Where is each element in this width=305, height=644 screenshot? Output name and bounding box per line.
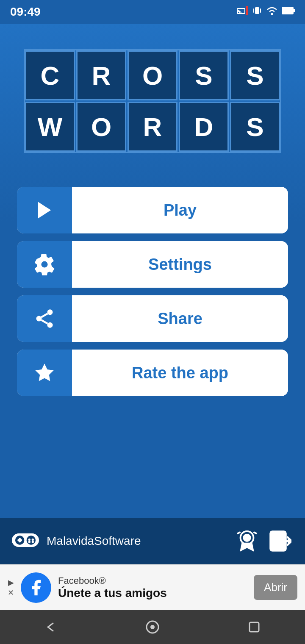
ad-play-icon: ▶	[8, 578, 14, 587]
rate-label: Rate the app	[72, 350, 288, 396]
svg-rect-4	[255, 7, 259, 14]
title-tile: O	[128, 50, 177, 100]
achievement-icon[interactable]	[234, 528, 260, 554]
bottom-left: MalavidaSoftware	[12, 527, 141, 555]
title-tile: W	[25, 102, 75, 152]
title-tile: R	[128, 102, 177, 152]
svg-rect-3	[246, 6, 248, 9]
ad-title: Facebook®	[58, 575, 247, 586]
share-button[interactable]: Share	[17, 295, 288, 342]
facebook-icon	[21, 572, 51, 603]
svg-point-19	[27, 536, 36, 544]
home-button[interactable]	[136, 614, 169, 640]
cast-icon	[237, 6, 248, 18]
logout-icon[interactable]	[267, 528, 293, 554]
svg-marker-16	[35, 364, 53, 381]
ad-close-icon[interactable]: ✕	[8, 588, 14, 597]
ad-subtitle: Únete a tus amigos	[58, 586, 247, 600]
title-tile: S	[230, 102, 280, 152]
play-icon	[17, 187, 72, 233]
wifi-icon	[266, 6, 278, 18]
settings-button[interactable]: Settings	[17, 241, 288, 288]
rate-button[interactable]: Rate the app	[17, 350, 288, 396]
svg-point-23	[32, 539, 34, 541]
share-icon	[17, 295, 72, 342]
svg-point-11	[47, 309, 53, 315]
recents-button[interactable]	[237, 614, 271, 640]
svg-marker-10	[38, 202, 51, 219]
ad-open-button[interactable]: Abrir	[254, 575, 297, 600]
title-tile: R	[76, 50, 126, 100]
ad-text: Facebook® Únete a tus amigos	[58, 575, 247, 600]
status-icons	[237, 6, 295, 18]
svg-point-12	[36, 316, 42, 322]
bottom-bar: MalavidaSoftware	[0, 518, 305, 564]
svg-rect-31	[250, 622, 259, 632]
svg-line-14	[42, 320, 48, 324]
play-label: Play	[72, 187, 288, 233]
bottom-right	[234, 528, 293, 554]
gamepad-icon	[12, 527, 39, 555]
main-content: CROSSWORDS PlaySettingsShareRate the app	[0, 24, 305, 518]
title-grid: CROSSWORDS	[24, 49, 281, 153]
battery-icon	[282, 6, 295, 17]
title-tile: S	[230, 50, 280, 100]
svg-rect-0	[237, 8, 245, 14]
svg-point-22	[28, 539, 30, 541]
settings-icon	[17, 241, 72, 288]
svg-rect-21	[19, 538, 21, 543]
svg-point-25	[32, 541, 34, 543]
svg-line-15	[42, 314, 48, 317]
title-tile: O	[76, 102, 126, 152]
back-button[interactable]	[34, 614, 68, 640]
settings-label: Settings	[72, 241, 288, 288]
svg-point-13	[47, 322, 53, 328]
play-button[interactable]: Play	[17, 187, 288, 233]
svg-point-30	[150, 625, 155, 629]
svg-rect-9	[293, 9, 295, 12]
share-label: Share	[72, 295, 288, 342]
status-bar: 09:49	[0, 0, 305, 24]
status-time: 09:49	[10, 5, 41, 19]
brand-name: MalavidaSoftware	[47, 534, 141, 548]
svg-point-24	[28, 541, 30, 543]
title-tile: D	[179, 102, 229, 152]
vibrate-icon	[252, 6, 262, 18]
svg-point-27	[243, 534, 251, 542]
title-tile: C	[25, 50, 75, 100]
title-tile: S	[179, 50, 229, 100]
svg-rect-6	[260, 8, 261, 13]
svg-rect-5	[253, 8, 254, 13]
ad-banner: ▶ ✕ Facebook® Únete a tus amigos Abrir	[0, 564, 305, 610]
svg-rect-8	[282, 7, 293, 14]
ad-arrow: ▶ ✕	[8, 578, 14, 597]
nav-bar	[0, 610, 305, 644]
menu-buttons: PlaySettingsShareRate the app	[17, 187, 288, 396]
svg-point-7	[271, 13, 273, 15]
star-icon	[17, 350, 72, 396]
